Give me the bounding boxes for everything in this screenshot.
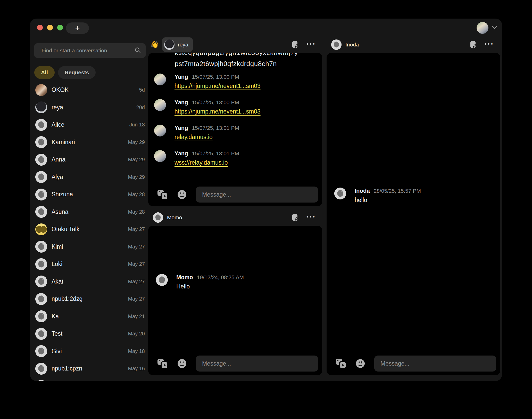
conversation-avatar	[35, 345, 47, 357]
message-list: Momo19/12/24, 08:25 AMHello	[148, 274, 322, 300]
message-list: ksteqyqtmpagzlygn1wfc88yxzknwmj7ypst7mta…	[148, 53, 322, 176]
conversation-date: May 28	[128, 209, 145, 215]
message-avatar	[154, 150, 166, 162]
conversation-row[interactable]: AsunaMay 28	[34, 203, 146, 221]
conversation-name: npub1:2dzg	[52, 295, 82, 302]
conversation-avatar	[35, 258, 47, 270]
clipped-message-text: ksteqyqtmpagzlygn1wfc88yxzknwmj7y	[175, 53, 322, 58]
emoji-picker-icon[interactable]	[177, 189, 187, 200]
chat-body-inoda: Inoda28/05/25, 15:57 PMhello	[327, 53, 500, 375]
conversation-row[interactable]: OKOK5d	[34, 81, 146, 99]
message-head: Momo19/12/24, 08:25 AM	[176, 274, 244, 281]
zoom-window-button[interactable]	[57, 25, 63, 30]
conversation-row[interactable]: AliceJun 18	[34, 116, 146, 134]
conversation-row[interactable]: npub1:2dzgMay 27	[34, 290, 146, 308]
conversation-row[interactable]	[34, 377, 146, 381]
chat-area: 👋reya•••ksteqyqtmpagzlygn1wfc88yxzknwmj7…	[148, 36, 500, 375]
more-options-icon[interactable]: •••	[306, 41, 316, 48]
conversation-avatar	[35, 84, 47, 96]
search-box[interactable]	[34, 43, 146, 58]
conversation-date: Jun 18	[129, 122, 145, 128]
conversation-date: May 21	[128, 313, 145, 319]
note-edit-icon[interactable]	[292, 213, 299, 222]
message-link[interactable]: wss://relay.damus.io	[174, 159, 239, 166]
window-controls	[37, 25, 63, 30]
conversation-name: Test	[52, 330, 62, 337]
message-text: pst7mta2t6wpjh0qfzkdrdgu8ch7n	[175, 60, 322, 68]
conversation-date: 20d	[136, 104, 145, 110]
conversation-avatar	[35, 241, 47, 253]
message-avatar	[154, 125, 166, 136]
conversation-row[interactable]: AlyaMay 29	[34, 168, 146, 186]
filter-tabs: AllRequests	[34, 66, 146, 79]
message-input[interactable]	[196, 356, 318, 372]
message-author: Momo	[176, 274, 193, 281]
conversation-row[interactable]: LokiMay 27	[34, 255, 146, 273]
emoji-picker-icon[interactable]	[355, 358, 366, 369]
conversation-avatar	[35, 189, 47, 200]
more-options-icon[interactable]: •••	[485, 41, 494, 48]
message-link[interactable]: https://njump.me/nevent1...sm03	[174, 83, 261, 90]
conversation-date: May 16	[128, 366, 145, 372]
more-options-icon[interactable]: •••	[306, 214, 316, 221]
conversation-row[interactable]: reya20d	[34, 99, 146, 116]
peer-title-pill[interactable]: reya	[162, 37, 193, 52]
panel-header-inoda: Inoda•••	[327, 36, 500, 53]
chevron-down-icon[interactable]	[492, 26, 497, 30]
conversation-name: Ka	[52, 313, 59, 320]
minimize-window-button[interactable]	[47, 25, 53, 30]
message-link[interactable]: https://njump.me/nevent1...sm03	[174, 108, 261, 115]
message-row: Yang15/07/25, 13:01 PMwss://relay.damus.…	[154, 150, 322, 166]
message-avatar	[154, 99, 166, 111]
conversation-row[interactable]: GiviMay 18	[34, 343, 146, 360]
wave-emoji: 👋	[150, 41, 159, 48]
message-input[interactable]	[374, 356, 496, 372]
panel-actions: •••	[470, 41, 494, 49]
conversation-row[interactable]: ShizunaMay 28	[34, 186, 146, 203]
conversation-row[interactable]: KimiMay 27	[34, 238, 146, 256]
message-link[interactable]: relay.damus.io	[174, 134, 239, 141]
peer-name: reya	[178, 42, 188, 48]
panel-header-reya: 👋reya•••	[148, 36, 322, 53]
conversation-avatar	[35, 328, 47, 340]
conversation-row[interactable]: TestMay 20	[34, 325, 146, 343]
conversation-row[interactable]: AnnaMay 29	[34, 151, 146, 168]
tab-requests[interactable]: Requests	[58, 66, 96, 79]
conversation-row[interactable]: KaminariMay 29	[34, 134, 146, 151]
media-picker-icon[interactable]	[157, 358, 169, 369]
chat-panel-reya: 👋reya•••ksteqyqtmpagzlygn1wfc88yxzknwmj7…	[148, 36, 322, 206]
chat-column-left: 👋reya•••ksteqyqtmpagzlygn1wfc88yxzknwmj7…	[148, 36, 322, 375]
conversation-name: Akai	[52, 278, 63, 285]
note-edit-icon[interactable]	[470, 41, 477, 49]
message-head: Yang15/07/25, 13:01 PM	[174, 125, 239, 131]
message-input[interactable]	[196, 187, 318, 203]
conversation-date: May 27	[128, 261, 145, 267]
composer	[148, 356, 322, 375]
chat-panel-inoda: Inoda•••Inoda28/05/25, 15:57 PMhello	[327, 36, 500, 375]
close-window-button[interactable]	[37, 25, 43, 30]
message-content: Yang15/07/25, 13:00 PMhttps://njump.me/n…	[174, 99, 261, 115]
message-avatar	[156, 274, 168, 286]
message-author: Yang	[174, 74, 188, 80]
sidebar: AllRequests OKOK5dreya20dAliceJun 18Kami…	[34, 37, 146, 381]
account-avatar[interactable]	[477, 22, 488, 34]
media-picker-icon[interactable]	[335, 358, 347, 369]
conversation-row[interactable]: npub1:cpznMay 16	[34, 360, 146, 377]
account-chip[interactable]	[477, 22, 497, 34]
conversation-name: Loki	[52, 261, 62, 268]
conversation-row[interactable]: AkaiMay 27	[34, 273, 146, 291]
note-edit-icon[interactable]	[292, 41, 299, 49]
search-input[interactable]	[41, 47, 135, 54]
conversation-row[interactable]: Otaku TalkMay 27	[34, 221, 146, 238]
message-head: Yang15/07/25, 13:00 PM	[174, 99, 261, 106]
message-row: Inoda28/05/25, 15:57 PMhello	[334, 188, 500, 204]
media-picker-icon[interactable]	[157, 189, 169, 200]
conversation-avatar	[35, 223, 47, 235]
message-content: Yang15/07/25, 13:01 PMrelay.damus.io	[174, 125, 239, 141]
tab-all[interactable]: All	[34, 66, 55, 79]
new-conversation-button[interactable]: +	[66, 22, 89, 34]
conversation-name: Anna	[52, 156, 65, 163]
conversation-row[interactable]: KaMay 21	[34, 308, 146, 325]
emoji-picker-icon[interactable]	[177, 358, 187, 369]
message-timestamp: 15/07/25, 13:01 PM	[192, 150, 239, 157]
